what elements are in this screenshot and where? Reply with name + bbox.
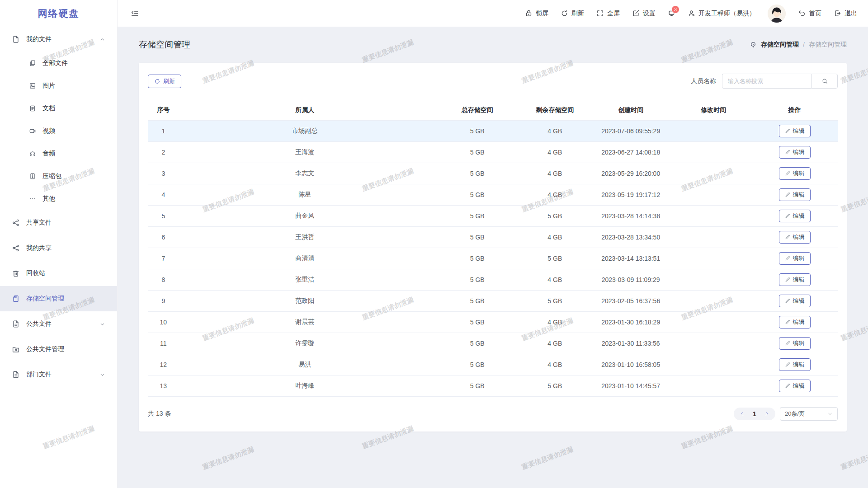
doc-icon <box>29 105 36 112</box>
sidebar-item-label: 我的文件 <box>26 35 52 43</box>
search-input[interactable] <box>722 74 811 89</box>
ellipsis-icon <box>29 195 36 202</box>
table-row[interactable]: 12易洪5 GB4 GB2023-01-10 16:58:05编辑 <box>148 354 838 375</box>
refresh-button[interactable]: 刷新 <box>561 9 584 18</box>
sidebar-item-label: 其他 <box>42 195 55 203</box>
column-header: 序号 <box>148 100 179 120</box>
cell-modified <box>675 290 751 311</box>
cell-created: 2023-05-29 16:20:00 <box>586 163 675 184</box>
pagination: 1 20条/页 <box>734 407 838 421</box>
card-toolbar: 刷新 人员名称 <box>148 74 838 89</box>
table-row[interactable]: 4陈星5 GB4 GB2023-05-19 19:17:12编辑 <box>148 184 838 205</box>
cell-created: 2023-01-30 11:33:56 <box>586 333 675 354</box>
prev-page-button[interactable] <box>736 408 748 420</box>
sidebar-item-storage-management[interactable]: 存储空间管理 <box>0 286 117 311</box>
sidebar-item-audio[interactable]: 音频 <box>0 142 117 165</box>
table-row[interactable]: 13叶海峰5 GB5 GB2023-01-10 14:45:57编辑 <box>148 375 838 396</box>
cell-created: 2023-06-27 14:08:18 <box>586 141 675 163</box>
edit-button[interactable]: 编辑 <box>779 188 811 201</box>
edit-pencil-icon <box>785 128 791 134</box>
edit-button-label: 编辑 <box>793 297 805 305</box>
column-header: 总存储空间 <box>431 100 524 120</box>
edit-button[interactable]: 编辑 <box>779 167 811 180</box>
user-menu[interactable]: 开发工程师（易洪） <box>688 9 755 18</box>
table-row[interactable]: 8张重洁5 GB4 GB2023-03-09 11:09:29编辑 <box>148 269 838 290</box>
table-row[interactable]: 1市场副总5 GB4 GB2023-07-06 09:55:29编辑 <box>148 120 838 141</box>
all-files-icon <box>29 60 36 67</box>
edit-button[interactable]: 编辑 <box>779 316 811 328</box>
table-row[interactable]: 7商清清5 GB5 GB2023-03-14 13:13:51编辑 <box>148 248 838 269</box>
edit-button[interactable]: 编辑 <box>779 231 811 244</box>
cell-modified <box>675 333 751 354</box>
cell-modified <box>675 354 751 375</box>
table-row[interactable]: 2王海波5 GB4 GB2023-06-27 14:08:18编辑 <box>148 141 838 163</box>
cell-total: 5 GB <box>431 269 524 290</box>
logout-button[interactable]: 退出 <box>834 9 857 18</box>
edit-pencil-icon <box>785 213 791 219</box>
refresh-button[interactable]: 刷新 <box>148 75 181 88</box>
sidebar-item-public-file-management[interactable]: 公共文件管理 <box>0 337 117 362</box>
sidebar-item-recycle-bin[interactable]: 回收站 <box>0 261 117 286</box>
edit-button[interactable]: 编辑 <box>779 295 811 307</box>
edit-button[interactable]: 编辑 <box>779 125 811 137</box>
sidebar-item-my-files[interactable]: 我的文件 <box>0 27 117 52</box>
sidebar-item-shared-files[interactable]: 共享文件 <box>0 210 117 235</box>
cell-created: 2023-03-14 13:13:51 <box>586 248 675 269</box>
table-row[interactable]: 5曲金凤5 GB5 GB2023-03-28 14:14:38编辑 <box>148 205 838 226</box>
total-count: 共 13 条 <box>148 410 171 418</box>
table-row[interactable]: 3李志文5 GB4 GB2023-05-29 16:20:00编辑 <box>148 163 838 184</box>
current-page[interactable]: 1 <box>748 410 761 418</box>
sidebar-item-department-files[interactable]: 部门文件 <box>0 362 117 387</box>
cell-owner: 王海波 <box>179 141 431 163</box>
sidebar-item-others[interactable]: 其他 <box>0 188 117 210</box>
fullscreen-button[interactable]: 全屏 <box>596 9 620 18</box>
cell-modified <box>675 226 751 248</box>
edit-button[interactable]: 编辑 <box>779 273 811 286</box>
settings-button[interactable]: 设置 <box>632 9 656 18</box>
column-header: 所属人 <box>179 100 431 120</box>
home-label: 首页 <box>809 9 821 18</box>
folder-manage-icon <box>12 345 20 353</box>
sidebar: 网络硬盘 我的文件全部文件图片文档视频音频压缩包其他共享文件我的共享回收站存储空… <box>0 0 118 488</box>
sidebar-item-label: 回收站 <box>26 269 45 277</box>
page-size-select[interactable]: 20条/页 <box>780 407 838 421</box>
table-row[interactable]: 9范政阳5 GB5 GB2023-02-05 16:37:56编辑 <box>148 290 838 311</box>
sidebar-item-images[interactable]: 图片 <box>0 75 117 97</box>
sidebar-item-public-files[interactable]: 公共文件 <box>0 311 117 337</box>
document-icon <box>12 35 20 43</box>
breadcrumb-separator: / <box>803 41 805 48</box>
sidebar-item-my-shares[interactable]: 我的共享 <box>0 235 117 261</box>
sidebar-item-archives[interactable]: 压缩包 <box>0 165 117 188</box>
main-content: 存储空间管理 存储空间管理 / 存储空间管理 刷新 人员名称 <box>118 27 868 488</box>
next-page-button[interactable] <box>761 408 773 420</box>
notifications-button[interactable]: 3 <box>668 9 675 17</box>
sidebar-item-label: 共享文件 <box>26 219 52 227</box>
sidebar-item-all-files[interactable]: 全部文件 <box>0 52 117 75</box>
avatar[interactable] <box>768 5 786 23</box>
cell-owner: 市场副总 <box>179 120 431 141</box>
home-button[interactable]: 首页 <box>798 9 821 18</box>
menu-fold-icon[interactable] <box>130 9 139 18</box>
edit-button[interactable]: 编辑 <box>779 337 811 350</box>
cell-free: 5 GB <box>524 290 586 311</box>
column-header: 剩余存储空间 <box>524 100 586 120</box>
lock-screen-button[interactable]: 锁屏 <box>525 9 548 18</box>
edit-button[interactable]: 编辑 <box>779 380 811 392</box>
table-row[interactable]: 10谢晨芸5 GB4 GB2023-01-30 16:18:29编辑 <box>148 311 838 333</box>
cell-free: 4 GB <box>524 163 586 184</box>
edit-button[interactable]: 编辑 <box>779 358 811 371</box>
table-row[interactable]: 11许雯璇5 GB4 GB2023-01-30 11:33:56编辑 <box>148 333 838 354</box>
cell-modified <box>675 375 751 396</box>
edit-button[interactable]: 编辑 <box>779 252 811 265</box>
table-row[interactable]: 6王洪哲5 GB4 GB2023-03-28 13:34:50编辑 <box>148 226 838 248</box>
edit-pencil-icon <box>785 319 791 325</box>
edit-button[interactable]: 编辑 <box>779 210 811 222</box>
cell-actions: 编辑 <box>751 290 838 311</box>
sidebar-item-documents[interactable]: 文档 <box>0 97 117 120</box>
search-button[interactable] <box>811 74 838 89</box>
breadcrumb-item[interactable]: 存储空间管理 <box>761 41 799 49</box>
cell-total: 5 GB <box>431 141 524 163</box>
cell-no: 5 <box>148 205 179 226</box>
sidebar-item-videos[interactable]: 视频 <box>0 120 117 142</box>
edit-button[interactable]: 编辑 <box>779 146 811 159</box>
